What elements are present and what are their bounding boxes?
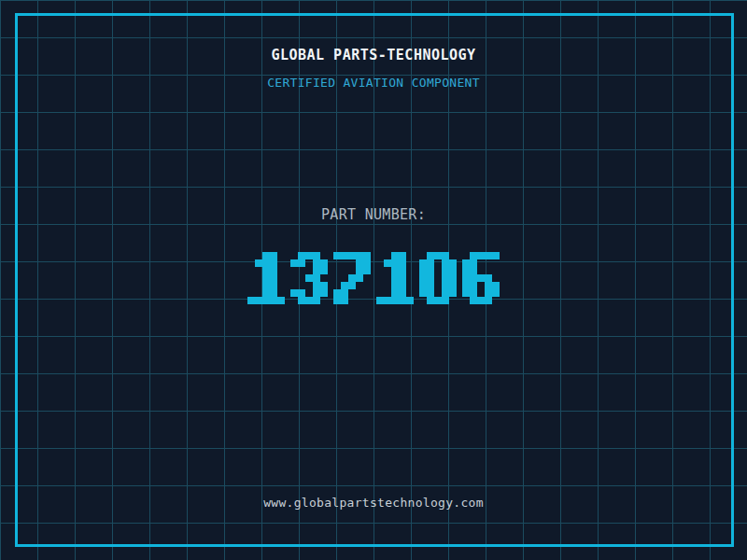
pixel-digit xyxy=(333,252,371,304)
pixel-digit xyxy=(290,252,328,304)
page-title: GLOBAL PARTS-TECHNOLOGY xyxy=(0,47,747,63)
pixel-digit xyxy=(419,252,457,304)
part-number-display xyxy=(0,252,747,304)
pixel-digit xyxy=(247,252,285,304)
website-url: www.globalpartstechnology.com xyxy=(0,496,747,510)
pixel-digit xyxy=(376,252,414,304)
part-number-label: PART NUMBER: xyxy=(0,206,747,223)
pixel-digit xyxy=(462,252,500,304)
page-subtitle: CERTIFIED AVIATION COMPONENT xyxy=(0,76,747,90)
